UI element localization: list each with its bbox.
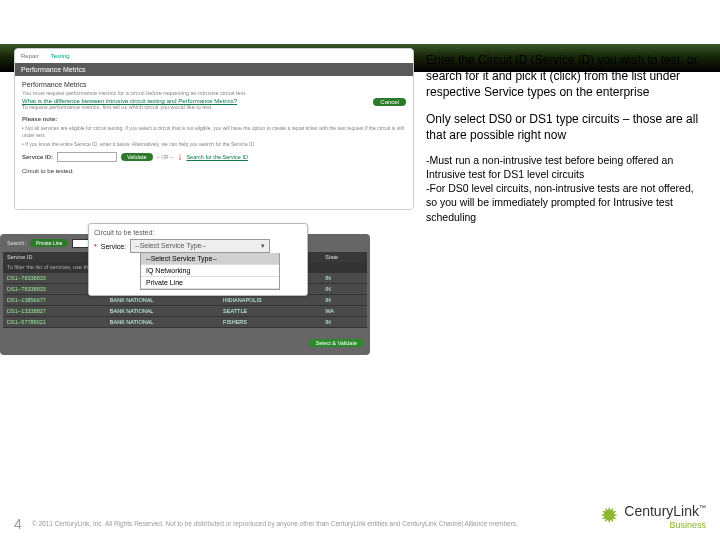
service-type-select[interactable]: --Select Service Type-- ▾: [130, 239, 270, 253]
star-icon: ✹: [600, 503, 618, 529]
section-header: Performance Metrics: [15, 63, 413, 76]
note-2: • If you know the entire Service ID, ent…: [22, 141, 406, 148]
brand-name: CenturyLink: [624, 503, 699, 519]
page-number: 4: [14, 516, 22, 532]
app-panel: Repair Testing Performance Metrics Perfo…: [14, 48, 414, 210]
instruction-2: Only select DS0 or DS1 type circuits – t…: [426, 111, 706, 143]
info-text: You must request performance metrics for…: [22, 90, 406, 96]
table-row[interactable]: DS1--13338827BANK NATIONALSEATTLEWA: [3, 305, 367, 316]
instruction-1: Enter the Circuit ID (Service ID) you wi…: [426, 52, 706, 101]
service-id-input[interactable]: [57, 152, 117, 162]
service-id-label: Service ID:: [22, 154, 53, 160]
service-type-overlay: Circuit to be tested: * Service: --Selec…: [88, 223, 308, 296]
filter-pill[interactable]: Private Line: [30, 239, 68, 247]
brand-logo: ✹ CenturyLink™ Business: [600, 502, 706, 530]
col-state: State: [321, 252, 367, 262]
search-service-link[interactable]: Search for the Service ID: [186, 154, 247, 160]
section-heading: Performance Metrics: [22, 81, 406, 88]
select-validate-button[interactable]: Select & Validate: [309, 339, 364, 347]
validate-button[interactable]: Validate: [121, 153, 152, 161]
dropdown-option[interactable]: --Select Service Type--: [141, 253, 279, 265]
info-text-2: To request performance metrics, first te…: [22, 104, 406, 110]
required-icon: *: [94, 243, 97, 250]
chevron-down-icon: ▾: [261, 242, 265, 250]
dropdown-option[interactable]: Private Line: [141, 277, 279, 289]
tab-testing[interactable]: Testing: [51, 53, 70, 59]
copyright: © 2011 CenturyLink, Inc. All Rights Rese…: [32, 520, 518, 528]
select-value: --Select Service Type--: [135, 242, 206, 250]
overlay-title: Circuit to be tested:: [94, 229, 302, 236]
table-row[interactable]: DS1--57789021BANK NATIONALFISHERSIN: [3, 316, 367, 327]
or-text: -- OR --: [157, 154, 174, 160]
please-note-label: Please note:: [22, 116, 406, 122]
tab-repair[interactable]: Repair: [21, 53, 39, 59]
brand-sub: Business: [624, 520, 706, 530]
service-label: Service:: [101, 243, 126, 250]
note-1: • Not all services are eligible for circ…: [22, 125, 406, 138]
dropdown-option[interactable]: IQ Networking: [141, 265, 279, 277]
service-type-dropdown: --Select Service Type-- IQ Networking Pr…: [140, 253, 280, 290]
arrow-icon: ↓: [177, 154, 182, 159]
cancel-button[interactable]: Cancel: [373, 98, 406, 106]
instruction-3: -Must run a non-intrusive test before be…: [426, 153, 706, 224]
search-label: Search:: [7, 240, 26, 246]
